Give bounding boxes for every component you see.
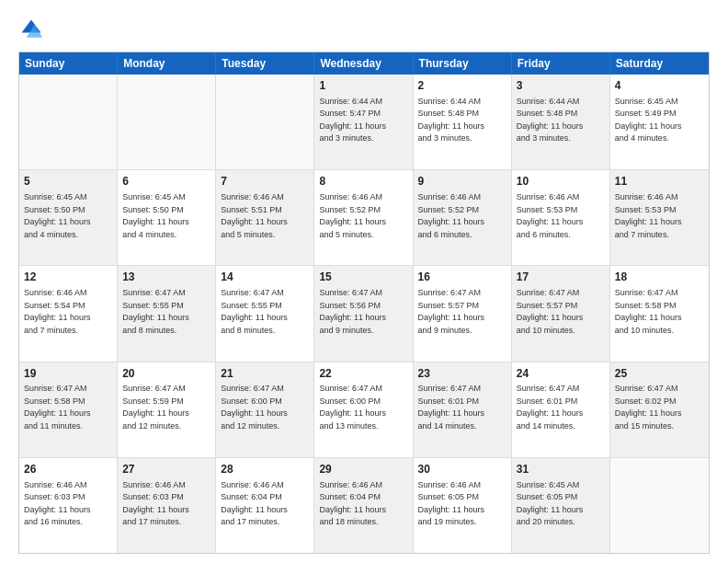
- day-number: 9: [418, 174, 506, 190]
- calendar-cell-day-25: 25Sunrise: 6:47 AM Sunset: 6:02 PM Dayli…: [610, 362, 709, 457]
- calendar-cell-day-8: 8Sunrise: 6:46 AM Sunset: 5:52 PM Daylig…: [314, 170, 413, 265]
- day-number: 20: [122, 366, 210, 382]
- cell-info: Sunrise: 6:47 AM Sunset: 5:59 PM Dayligh…: [122, 383, 210, 432]
- cell-info: Sunrise: 6:47 AM Sunset: 5:56 PM Dayligh…: [319, 287, 407, 337]
- cell-info: Sunrise: 6:44 AM Sunset: 5:47 PM Dayligh…: [319, 96, 407, 145]
- day-number: 21: [221, 366, 309, 382]
- calendar-row-1: 1Sunrise: 6:44 AM Sunset: 5:47 PM Daylig…: [19, 75, 709, 170]
- cell-info: Sunrise: 6:45 AM Sunset: 5:49 PM Dayligh…: [615, 96, 704, 145]
- calendar-cell-day-24: 24Sunrise: 6:47 AM Sunset: 6:01 PM Dayli…: [512, 362, 610, 457]
- cell-info: Sunrise: 6:46 AM Sunset: 6:03 PM Dayligh…: [122, 479, 210, 529]
- day-number: 10: [517, 174, 605, 190]
- day-number: 5: [24, 174, 112, 190]
- calendar-cell-day-12: 12Sunrise: 6:46 AM Sunset: 5:54 PM Dayli…: [19, 266, 118, 361]
- cell-info: Sunrise: 6:46 AM Sunset: 5:53 PM Dayligh…: [517, 191, 605, 241]
- cell-info: Sunrise: 6:46 AM Sunset: 5:52 PM Dayligh…: [418, 191, 506, 241]
- calendar-cell-day-10: 10Sunrise: 6:46 AM Sunset: 5:53 PM Dayli…: [512, 170, 610, 265]
- weekday-header-tuesday: Tuesday: [216, 52, 314, 75]
- page: SundayMondayTuesdayWednesdayThursdayFrid…: [0, 0, 728, 563]
- cell-info: Sunrise: 6:47 AM Sunset: 5:57 PM Dayligh…: [517, 287, 605, 337]
- cell-info: Sunrise: 6:44 AM Sunset: 5:48 PM Dayligh…: [418, 96, 506, 145]
- calendar: SundayMondayTuesdayWednesdayThursdayFrid…: [18, 52, 710, 554]
- cell-info: Sunrise: 6:47 AM Sunset: 6:01 PM Dayligh…: [517, 383, 605, 432]
- calendar-cell-empty: [118, 75, 216, 169]
- calendar-body: 1Sunrise: 6:44 AM Sunset: 5:47 PM Daylig…: [19, 75, 709, 553]
- calendar-cell-day-13: 13Sunrise: 6:47 AM Sunset: 5:55 PM Dayli…: [118, 266, 216, 361]
- day-number: 11: [615, 174, 704, 190]
- weekday-header-wednesday: Wednesday: [314, 52, 413, 75]
- day-number: 22: [319, 366, 407, 382]
- day-number: 16: [418, 270, 506, 285]
- cell-info: Sunrise: 6:46 AM Sunset: 5:52 PM Dayligh…: [319, 191, 407, 241]
- day-number: 31: [517, 462, 605, 477]
- calendar-cell-day-22: 22Sunrise: 6:47 AM Sunset: 6:00 PM Dayli…: [314, 362, 413, 457]
- calendar-cell-day-21: 21Sunrise: 6:47 AM Sunset: 6:00 PM Dayli…: [216, 362, 314, 457]
- day-number: 13: [122, 270, 210, 285]
- weekday-header-sunday: Sunday: [19, 52, 118, 75]
- weekday-header-saturday: Saturday: [610, 52, 709, 75]
- header: [18, 17, 710, 42]
- cell-info: Sunrise: 6:47 AM Sunset: 6:02 PM Dayligh…: [615, 383, 704, 432]
- calendar-cell-day-14: 14Sunrise: 6:47 AM Sunset: 5:55 PM Dayli…: [216, 266, 314, 361]
- calendar-cell-day-30: 30Sunrise: 6:46 AM Sunset: 6:05 PM Dayli…: [414, 458, 512, 553]
- cell-info: Sunrise: 6:47 AM Sunset: 6:01 PM Dayligh…: [418, 383, 506, 432]
- calendar-row-4: 19Sunrise: 6:47 AM Sunset: 5:58 PM Dayli…: [19, 362, 709, 458]
- cell-info: Sunrise: 6:45 AM Sunset: 6:05 PM Dayligh…: [517, 479, 605, 529]
- weekday-header-friday: Friday: [512, 52, 610, 75]
- weekday-header-monday: Monday: [118, 52, 216, 75]
- logo-icon: [18, 17, 44, 42]
- calendar-cell-day-31: 31Sunrise: 6:45 AM Sunset: 6:05 PM Dayli…: [512, 458, 610, 553]
- cell-info: Sunrise: 6:47 AM Sunset: 5:57 PM Dayligh…: [418, 287, 506, 337]
- day-number: 24: [517, 366, 605, 382]
- day-number: 19: [24, 366, 112, 382]
- day-number: 28: [221, 462, 309, 477]
- calendar-row-3: 12Sunrise: 6:46 AM Sunset: 5:54 PM Dayli…: [19, 266, 709, 362]
- day-number: 3: [517, 78, 605, 94]
- calendar-cell-day-4: 4Sunrise: 6:45 AM Sunset: 5:49 PM Daylig…: [610, 75, 709, 169]
- day-number: 1: [319, 78, 407, 94]
- day-number: 2: [418, 78, 506, 94]
- calendar-cell-day-15: 15Sunrise: 6:47 AM Sunset: 5:56 PM Dayli…: [314, 266, 413, 361]
- calendar-cell-empty: [610, 458, 709, 553]
- calendar-cell-day-19: 19Sunrise: 6:47 AM Sunset: 5:58 PM Dayli…: [19, 362, 118, 457]
- cell-info: Sunrise: 6:44 AM Sunset: 5:48 PM Dayligh…: [517, 96, 605, 145]
- cell-info: Sunrise: 6:47 AM Sunset: 6:00 PM Dayligh…: [221, 383, 309, 432]
- day-number: 26: [24, 462, 112, 477]
- day-number: 17: [517, 270, 605, 285]
- weekday-header-thursday: Thursday: [414, 52, 512, 75]
- cell-info: Sunrise: 6:47 AM Sunset: 6:00 PM Dayligh…: [319, 383, 407, 432]
- calendar-row-5: 26Sunrise: 6:46 AM Sunset: 6:03 PM Dayli…: [19, 458, 709, 553]
- calendar-cell-day-1: 1Sunrise: 6:44 AM Sunset: 5:47 PM Daylig…: [314, 75, 413, 169]
- cell-info: Sunrise: 6:47 AM Sunset: 5:55 PM Dayligh…: [122, 287, 210, 337]
- day-number: 8: [319, 174, 407, 190]
- calendar-cell-day-23: 23Sunrise: 6:47 AM Sunset: 6:01 PM Dayli…: [414, 362, 512, 457]
- calendar-cell-day-16: 16Sunrise: 6:47 AM Sunset: 5:57 PM Dayli…: [414, 266, 512, 361]
- calendar-cell-day-29: 29Sunrise: 6:46 AM Sunset: 6:04 PM Dayli…: [314, 458, 413, 553]
- day-number: 4: [615, 78, 704, 94]
- calendar-cell-day-26: 26Sunrise: 6:46 AM Sunset: 6:03 PM Dayli…: [19, 458, 118, 553]
- cell-info: Sunrise: 6:47 AM Sunset: 5:55 PM Dayligh…: [221, 287, 309, 337]
- calendar-cell-day-6: 6Sunrise: 6:45 AM Sunset: 5:50 PM Daylig…: [118, 170, 216, 265]
- calendar-cell-day-27: 27Sunrise: 6:46 AM Sunset: 6:03 PM Dayli…: [118, 458, 216, 553]
- calendar-cell-day-3: 3Sunrise: 6:44 AM Sunset: 5:48 PM Daylig…: [512, 75, 610, 169]
- day-number: 15: [319, 270, 407, 285]
- cell-info: Sunrise: 6:45 AM Sunset: 5:50 PM Dayligh…: [24, 191, 112, 241]
- logo: [18, 17, 48, 42]
- day-number: 27: [122, 462, 210, 477]
- cell-info: Sunrise: 6:45 AM Sunset: 5:50 PM Dayligh…: [122, 191, 210, 241]
- cell-info: Sunrise: 6:46 AM Sunset: 5:53 PM Dayligh…: [615, 191, 704, 241]
- calendar-cell-day-17: 17Sunrise: 6:47 AM Sunset: 5:57 PM Dayli…: [512, 266, 610, 361]
- calendar-cell-day-5: 5Sunrise: 6:45 AM Sunset: 5:50 PM Daylig…: [19, 170, 118, 265]
- day-number: 30: [418, 462, 506, 477]
- day-number: 25: [615, 366, 704, 382]
- calendar-cell-day-11: 11Sunrise: 6:46 AM Sunset: 5:53 PM Dayli…: [610, 170, 709, 265]
- calendar-cell-day-2: 2Sunrise: 6:44 AM Sunset: 5:48 PM Daylig…: [414, 75, 512, 169]
- cell-info: Sunrise: 6:47 AM Sunset: 5:58 PM Dayligh…: [615, 287, 704, 337]
- day-number: 7: [221, 174, 309, 190]
- cell-info: Sunrise: 6:46 AM Sunset: 6:04 PM Dayligh…: [221, 479, 309, 529]
- calendar-header: SundayMondayTuesdayWednesdayThursdayFrid…: [19, 52, 709, 75]
- calendar-cell-day-7: 7Sunrise: 6:46 AM Sunset: 5:51 PM Daylig…: [216, 170, 314, 265]
- calendar-cell-day-18: 18Sunrise: 6:47 AM Sunset: 5:58 PM Dayli…: [610, 266, 709, 361]
- day-number: 14: [221, 270, 309, 285]
- calendar-cell-day-28: 28Sunrise: 6:46 AM Sunset: 6:04 PM Dayli…: [216, 458, 314, 553]
